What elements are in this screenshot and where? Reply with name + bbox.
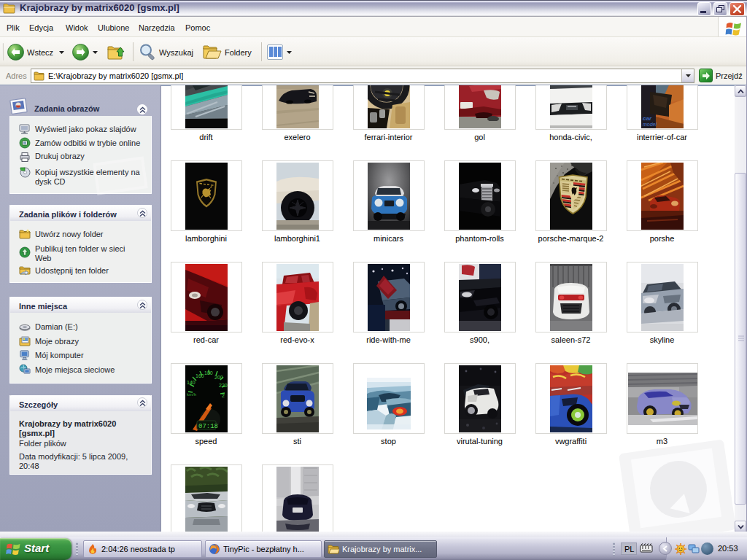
svg-text:140: 140 <box>187 380 196 385</box>
svg-text:160: 160 <box>196 373 204 378</box>
svg-text:200: 200 <box>214 375 223 380</box>
svg-text:km/h: km/h <box>187 392 196 397</box>
svg-text:07:18: 07:18 <box>198 423 218 430</box>
svg-text:220: 220 <box>219 383 228 388</box>
svg-text:model: model <box>643 122 657 127</box>
svg-text:180: 180 <box>204 370 213 376</box>
svg-text:2: 2 <box>222 393 225 398</box>
svg-text:car: car <box>643 115 652 122</box>
